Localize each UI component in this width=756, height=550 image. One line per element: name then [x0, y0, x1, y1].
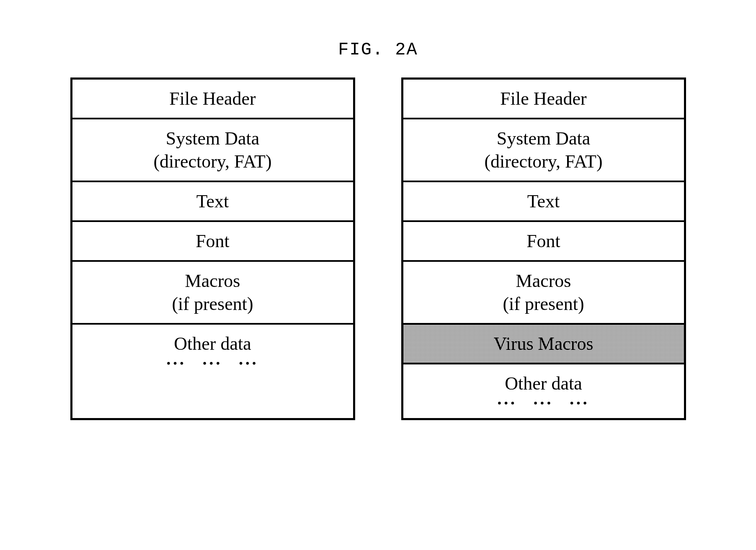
table-row: File Header [72, 80, 353, 119]
row-label: Macros [516, 271, 571, 291]
row-sublabel: (if present) [77, 292, 348, 315]
right-table: File Header System Data (directory, FAT)… [401, 77, 686, 420]
ellipsis-icon: ••• ••• ••• [408, 396, 679, 411]
row-label: System Data [497, 128, 591, 149]
row-label: Font [196, 231, 230, 251]
table-row: Macros (if present) [72, 262, 353, 325]
ellipsis-icon: ••• ••• ••• [77, 356, 348, 371]
row-label: Macros [185, 271, 240, 291]
table-row: Macros (if present) [403, 262, 684, 325]
figure-title: FIG. 2A [338, 40, 418, 60]
row-label: Text [527, 191, 560, 212]
table-row: Text [403, 182, 684, 222]
table-row: File Header [403, 80, 684, 119]
table-row: Text [72, 182, 353, 222]
row-label: Virus Macros [493, 333, 593, 354]
table-row: System Data (directory, FAT) [72, 119, 353, 182]
table-row: Other data ••• ••• ••• [403, 364, 684, 418]
row-label: Text [196, 191, 229, 212]
table-row: Font [403, 222, 684, 262]
diagram-tables: File Header System Data (directory, FAT)… [29, 77, 727, 420]
row-label: System Data [166, 128, 260, 149]
row-sublabel: (if present) [408, 292, 679, 315]
row-label: File Header [169, 88, 255, 109]
row-sublabel: (directory, FAT) [408, 150, 679, 173]
table-row: Font [72, 222, 353, 262]
table-row: System Data (directory, FAT) [403, 119, 684, 182]
row-label: File Header [500, 88, 586, 109]
table-row-virus-macros: Virus Macros [403, 325, 684, 364]
row-label: Other data [174, 333, 251, 354]
row-sublabel: (directory, FAT) [77, 150, 348, 173]
table-row: Other data ••• ••• ••• [72, 325, 353, 378]
left-table: File Header System Data (directory, FAT)… [70, 77, 355, 420]
row-label: Other data [505, 373, 582, 394]
row-label: Font [526, 231, 560, 251]
